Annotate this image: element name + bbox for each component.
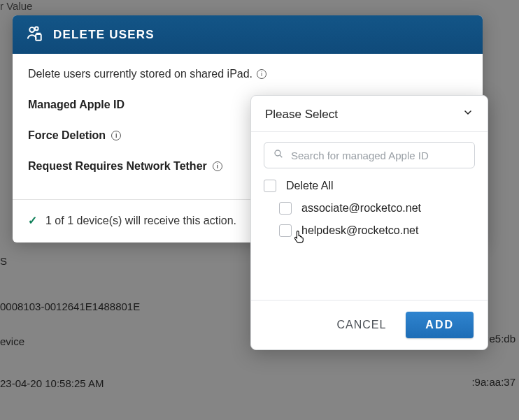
checkbox[interactable] <box>264 180 276 192</box>
svg-line-4 <box>280 155 282 157</box>
field-label: Request Requires Network Tether <box>28 160 207 173</box>
checkbox[interactable] <box>279 224 292 237</box>
info-icon[interactable]: i <box>111 131 121 140</box>
dialog-header: DELETE USERS <box>13 15 483 54</box>
field-label: Managed Apple ID <box>28 99 125 111</box>
option-list: Delete All associate@rocketco.net helpde… <box>264 180 475 237</box>
users-delete-icon <box>25 24 43 45</box>
checkbox[interactable] <box>279 202 292 215</box>
option-row[interactable]: helpdesk@rocketco.net <box>264 224 475 237</box>
chevron-down-icon <box>462 107 474 122</box>
popover-title: Please Select <box>265 108 338 122</box>
option-delete-all[interactable]: Delete All <box>264 180 475 192</box>
info-icon[interactable]: i <box>213 161 222 171</box>
svg-point-1 <box>35 27 38 30</box>
field-label: Force Deletion <box>28 129 106 142</box>
svg-point-3 <box>275 150 280 156</box>
option-label: associate@rocketco.net <box>301 202 421 215</box>
popover-header[interactable]: Please Select <box>251 96 488 131</box>
search-input[interactable] <box>291 150 466 161</box>
dialog-description: Delete users currently stored on shared … <box>28 68 253 80</box>
popover-footer: CANCEL ADD <box>251 300 488 349</box>
svg-point-0 <box>29 27 34 32</box>
option-label: helpdesk@rocketco.net <box>301 224 418 237</box>
option-label: Delete All <box>286 180 334 192</box>
add-button[interactable]: ADD <box>406 312 474 338</box>
check-icon: ✓ <box>28 214 37 227</box>
search-icon <box>273 148 284 162</box>
info-icon[interactable]: i <box>257 69 266 79</box>
apple-id-select-popover: Please Select Delete All associate@rocke… <box>250 95 488 350</box>
search-input-wrapper[interactable] <box>264 142 475 168</box>
option-row[interactable]: associate@rocketco.net <box>264 202 475 215</box>
cancel-button[interactable]: CANCEL <box>332 313 390 337</box>
status-text: 1 of 1 device(s) will receive this actio… <box>45 215 236 227</box>
dialog-title: DELETE USERS <box>53 28 155 42</box>
